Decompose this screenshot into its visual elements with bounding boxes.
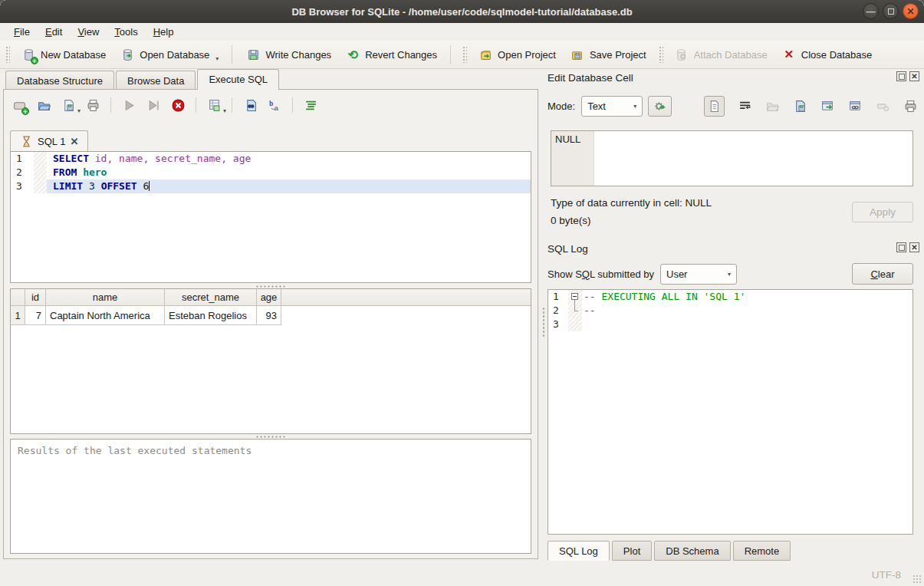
window-minimize-button[interactable]: — — [863, 3, 879, 19]
menu-file[interactable]: File — [6, 24, 38, 40]
hourglass-icon — [20, 135, 33, 148]
dock-float-icon[interactable] — [896, 242, 906, 252]
fold-margin — [568, 304, 582, 318]
menu-help[interactable]: Help — [146, 24, 182, 40]
tab-execute-sql[interactable]: Execute SQL — [197, 69, 279, 90]
resize-grip[interactable] — [912, 574, 922, 584]
main-toolbar: + New Database Open Database ▾ Write Cha… — [0, 41, 924, 69]
column-header-secret-name[interactable]: secret_name — [165, 289, 257, 305]
window-close-button[interactable]: ✕ — [903, 3, 919, 19]
stop-execution-button[interactable] — [170, 97, 186, 113]
find-replace-button[interactable]: ba — [267, 97, 282, 113]
print-sql-button[interactable] — [85, 97, 100, 113]
cell-size-info: 0 byte(s) — [551, 215, 591, 226]
sql-tab-close-icon[interactable]: ✕ — [70, 136, 78, 147]
cell-secret-name[interactable]: Esteban Rogelios — [165, 306, 257, 325]
toolbar-drag-handle[interactable] — [659, 46, 663, 63]
new-database-button[interactable]: + New Database — [14, 43, 113, 66]
tab-browse-data[interactable]: Browse Data — [116, 71, 196, 90]
cell-type-info: Type of data currently in cell: NULL — [551, 197, 712, 209]
sql-editor[interactable]: 1 SELECT id, name, secret_name, age 2 FR… — [10, 151, 531, 283]
menu-view[interactable]: View — [70, 24, 107, 40]
write-changes-button[interactable]: Write Changes — [238, 43, 338, 66]
open-in-external-button[interactable] — [820, 98, 835, 114]
results-message-area[interactable]: Results of the last executed statements — [10, 439, 531, 554]
dock-close-icon[interactable]: ✕ — [909, 242, 919, 252]
save-project-button[interactable]: Save Project — [563, 43, 653, 66]
editor-line: 1 SELECT id, name, secret_name, age — [11, 152, 531, 166]
save-results-button[interactable]: ▾ — [206, 97, 222, 113]
attach-database-button[interactable]: Attach Database — [667, 43, 774, 66]
row-number-cell[interactable]: 1 — [11, 306, 25, 325]
chevron-down-icon: ▾ — [728, 271, 731, 278]
cell-content-area[interactable] — [594, 131, 912, 186]
vertical-splitter[interactable] — [541, 69, 546, 564]
code-line: LIMIT 3 OFFSET 6 — [47, 179, 531, 193]
toolbar-drag-handle[interactable] — [462, 46, 467, 63]
dock-tab-remote[interactable]: Remote — [733, 541, 791, 561]
menu-tools[interactable]: Tools — [107, 24, 145, 40]
set-null-button[interactable] — [875, 98, 890, 114]
window-close-icon: ✕ — [906, 7, 914, 16]
line-number: 2 — [548, 304, 568, 318]
edit-cell-title: Edit Database Cell — [547, 72, 633, 84]
close-database-button[interactable]: ✕ Close Database — [774, 43, 880, 66]
save-sql-dropdown-caret-icon[interactable]: ▾ — [77, 107, 81, 114]
apply-button[interactable]: Apply — [852, 202, 913, 222]
new-sql-tab-button[interactable]: + — [12, 97, 27, 113]
cell-age[interactable]: 93 — [257, 306, 281, 325]
fold-collapse-icon[interactable] — [571, 293, 578, 300]
word-wrap-button[interactable] — [737, 98, 752, 114]
sql-log-title: SQL Log — [547, 243, 588, 255]
print-cell-button[interactable] — [903, 98, 918, 114]
copy-link-button[interactable] — [847, 98, 863, 114]
menu-edit[interactable]: Edit — [38, 24, 70, 40]
column-header-id[interactable]: id — [25, 289, 46, 305]
execute-all-button[interactable] — [121, 97, 136, 113]
open-project-button[interactable]: Open Project — [471, 43, 563, 66]
word-wrap-icon — [738, 100, 751, 113]
encoding-indicator: UTF-8 — [872, 569, 901, 581]
import-cell-data-button[interactable] — [765, 98, 780, 114]
revert-changes-button[interactable]: ⟲ Revert Changes — [338, 43, 444, 66]
fold-margin — [34, 152, 47, 166]
dock-tab-sql-log[interactable]: SQL Log — [547, 541, 610, 561]
row-number-header — [11, 289, 25, 305]
edit-cell-dock-header: Edit Database Cell ✕ — [546, 69, 921, 86]
sql-tab[interactable]: SQL 1 ✕ — [10, 130, 88, 151]
log-filter-select[interactable]: User ▾ — [660, 264, 737, 285]
text-mode-button[interactable] — [704, 96, 725, 117]
execute-current-line-button[interactable] — [146, 97, 161, 113]
status-bar: UTF-8 — [0, 564, 924, 586]
tab-database-structure[interactable]: Database Structure — [5, 71, 114, 90]
export-cell-data-button[interactable] — [792, 98, 807, 114]
titlebar[interactable]: DB Browser for SQLite - /home/user/code/… — [0, 0, 924, 23]
cell-name[interactable]: Captain North America — [46, 306, 165, 325]
save-sql-file-button[interactable]: ▾ — [61, 97, 76, 113]
column-header-name[interactable]: name — [46, 289, 165, 305]
clear-log-button[interactable]: Clear — [852, 263, 913, 285]
auto-apply-button[interactable] — [648, 96, 672, 117]
mode-value: Text — [587, 100, 606, 112]
cell-content-editor[interactable]: NULL — [551, 130, 913, 186]
open-database-dropdown-caret-icon[interactable]: ▾ — [215, 55, 219, 62]
dock-tab-db-schema[interactable]: DB Schema — [654, 541, 730, 561]
fold-margin — [34, 166, 47, 179]
sql-log-view[interactable]: 1 -- EXECUTING ALL IN 'SQL 1' 2 -- 3 — [547, 289, 913, 535]
line-number: 3 — [548, 318, 568, 331]
window-maximize-button[interactable] — [883, 3, 899, 19]
format-sql-button[interactable] — [303, 97, 318, 113]
dock-float-icon[interactable] — [896, 71, 906, 81]
dock-tab-plot[interactable]: Plot — [612, 541, 652, 561]
set-null-icon — [876, 100, 889, 113]
find-button[interactable] — [242, 97, 258, 113]
mode-select[interactable]: Text ▾ — [581, 96, 643, 117]
cell-id[interactable]: 7 — [25, 306, 46, 325]
dock-close-icon[interactable]: ✕ — [909, 71, 919, 81]
column-header-age[interactable]: age — [257, 289, 281, 305]
log-line: 1 -- EXECUTING ALL IN 'SQL 1' — [548, 290, 912, 304]
toolbar-drag-handle[interactable] — [5, 46, 10, 63]
save-results-dropdown-caret-icon[interactable]: ▾ — [223, 107, 226, 114]
open-database-button[interactable]: Open Database ▾ — [113, 43, 225, 66]
open-sql-file-button[interactable] — [36, 97, 51, 113]
